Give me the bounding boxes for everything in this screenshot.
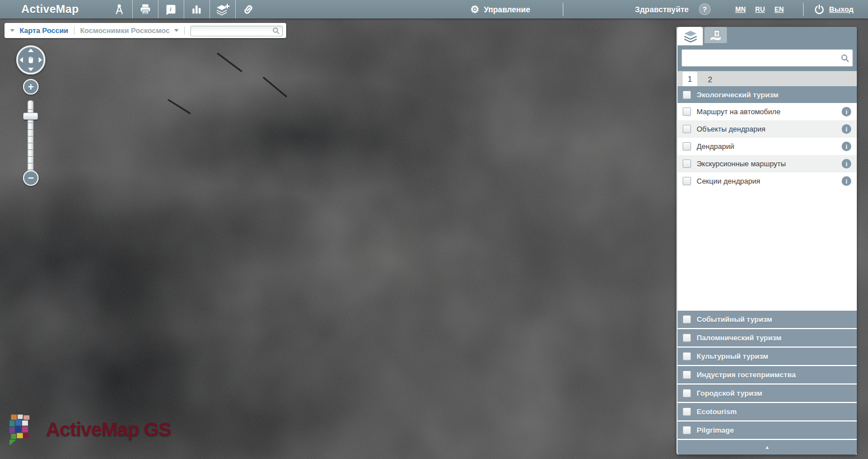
layer-page-tabs: 1 2: [678, 71, 857, 86]
print-button[interactable]: [132, 0, 158, 18]
layer-list: Экологический туризм Маршрут на автомоби…: [678, 86, 857, 455]
layer-info-icon[interactable]: i: [842, 176, 851, 186]
layer-group-header[interactable]: Событийный туризм: [678, 311, 857, 328]
layer-label: Дендрарий: [697, 142, 734, 151]
zoom-out-button[interactable]: −: [23, 170, 39, 186]
top-navbar: ActiveMap i ⚙ Управление Здравствуйте ? …: [0, 0, 868, 18]
group-checkbox[interactable]: [683, 91, 691, 99]
measure-tool-button[interactable]: [107, 0, 132, 18]
management-menu-button[interactable]: ⚙ Управление: [470, 4, 530, 15]
imagery-provider-dropdown[interactable]: Космоснимки Роскосмос: [80, 26, 170, 35]
svg-text:?: ?: [715, 31, 718, 36]
layer-checkbox[interactable]: [683, 142, 691, 151]
svg-text:i: i: [170, 6, 171, 12]
pan-up-icon[interactable]: [28, 49, 34, 52]
layer-group-header-expanded[interactable]: Экологический туризм: [678, 86, 857, 103]
layer-group-header[interactable]: Культурный туризм: [678, 348, 857, 365]
group-checkbox[interactable]: [683, 371, 691, 379]
panel-collapse-button[interactable]: ▲: [678, 440, 857, 455]
measure-compass-icon: [113, 3, 125, 16]
map-search: [190, 25, 283, 36]
logout-button[interactable]: Выход: [814, 4, 853, 15]
page-tab-2[interactable]: 2: [703, 72, 717, 86]
group-checkbox[interactable]: [683, 408, 691, 416]
map-toolbar-buttons: i: [107, 0, 261, 18]
layer-row[interactable]: Маршрут на автомобилеi: [678, 103, 857, 120]
legend-book-icon: i: [165, 3, 178, 16]
layer-info-icon[interactable]: i: [842, 124, 851, 134]
layer-group-header[interactable]: Городской туризм: [678, 385, 857, 402]
group-checkbox[interactable]: [683, 315, 691, 324]
layer-checkbox[interactable]: [683, 177, 691, 185]
zoom-slider-handle[interactable]: [23, 113, 38, 120]
gear-icon: ⚙: [470, 4, 479, 15]
layer-info-icon[interactable]: i: [842, 107, 851, 116]
lang-link-mn[interactable]: MN: [735, 6, 746, 13]
add-layer-icon: [215, 3, 230, 16]
divider: [74, 26, 74, 35]
legend-button[interactable]: i: [158, 0, 184, 18]
help-book-icon: ?: [709, 30, 722, 41]
navbar-right-cluster: ⚙ Управление Здравствуйте ? MNRUEN Выход: [470, 0, 868, 18]
statistics-button[interactable]: [184, 0, 209, 18]
panel-empty-space: [678, 190, 857, 310]
chevron-down-icon[interactable]: [174, 29, 179, 32]
group-checkbox[interactable]: [683, 426, 691, 434]
pan-right-icon[interactable]: [39, 57, 42, 63]
base-map-dropdown[interactable]: Карта России: [20, 26, 68, 35]
page-tab-1[interactable]: 1: [683, 72, 697, 86]
pan-down-icon[interactable]: [28, 68, 34, 71]
layer-checkbox[interactable]: [683, 125, 691, 133]
layer-row[interactable]: Дендрарийi: [678, 138, 857, 155]
group-label: Культурный туризм: [697, 352, 768, 360]
lang-link-ru[interactable]: RU: [755, 6, 765, 13]
link-icon: [242, 3, 255, 16]
map-selector-bar: Карта России Космоснимки Роскосмос: [4, 23, 286, 38]
pan-control[interactable]: [16, 45, 45, 74]
search-icon: [272, 27, 280, 35]
share-link-button[interactable]: [235, 0, 261, 18]
tab-help-book[interactable]: ?: [704, 27, 727, 43]
map-search-input[interactable]: [190, 26, 283, 36]
layer-group-header[interactable]: Паломнический туризм: [678, 329, 857, 346]
group-label: Pilgrimage: [697, 426, 734, 434]
layer-row[interactable]: Экскурсионные маршрутыi: [678, 155, 857, 172]
layer-row[interactable]: Объекты дендрарияi: [678, 120, 857, 138]
panel-search: [678, 45, 857, 71]
print-icon: [139, 3, 152, 16]
group-label: Индустрия гостеприимства: [697, 371, 796, 379]
app-brand: ActiveMap: [21, 3, 79, 16]
group-checkbox[interactable]: [683, 352, 691, 360]
group-checkbox[interactable]: [683, 389, 691, 397]
help-button[interactable]: ?: [699, 3, 711, 15]
lang-link-en[interactable]: EN: [774, 6, 784, 13]
layer-info-icon[interactable]: i: [842, 159, 851, 168]
group-label: Ecotourism: [697, 408, 737, 416]
group-checkbox[interactable]: [683, 334, 691, 342]
layer-info-icon[interactable]: i: [842, 142, 851, 151]
group-label: Событийный туризм: [697, 315, 772, 324]
collapsed-groups: Событийный туризмПаломнический туризмКул…: [678, 310, 857, 439]
zoom-slider[interactable]: [27, 100, 34, 173]
layer-row[interactable]: Секции дендрарияi: [678, 172, 857, 190]
layer-label: Секции дендрария: [697, 177, 760, 185]
layer-checkbox[interactable]: [683, 107, 691, 116]
layer-group-header[interactable]: Индустрия гостеприимства: [678, 366, 857, 383]
management-label: Управление: [484, 5, 530, 14]
divider: [184, 26, 185, 35]
chevron-down-icon[interactable]: [10, 29, 15, 32]
group-label: Экологический туризм: [697, 91, 778, 99]
zoom-in-button[interactable]: +: [23, 79, 39, 95]
layer-label: Объекты дендрария: [697, 125, 766, 133]
layers-panel: ? 1 2 Экологический туризм Маршрут на ав…: [676, 27, 857, 455]
layer-group-header[interactable]: Pilgrimage: [678, 421, 857, 439]
layers-search-input[interactable]: [682, 50, 852, 66]
tab-layers[interactable]: [678, 27, 703, 45]
pan-left-icon[interactable]: [20, 57, 23, 63]
layer-group-header[interactable]: Ecotourism: [678, 403, 857, 420]
add-layer-button[interactable]: [209, 0, 235, 18]
group-label: Городской туризм: [697, 389, 762, 397]
language-switcher: MNRUEN: [735, 6, 784, 13]
logout-label: Выход: [829, 5, 853, 13]
layer-checkbox[interactable]: [683, 160, 691, 168]
